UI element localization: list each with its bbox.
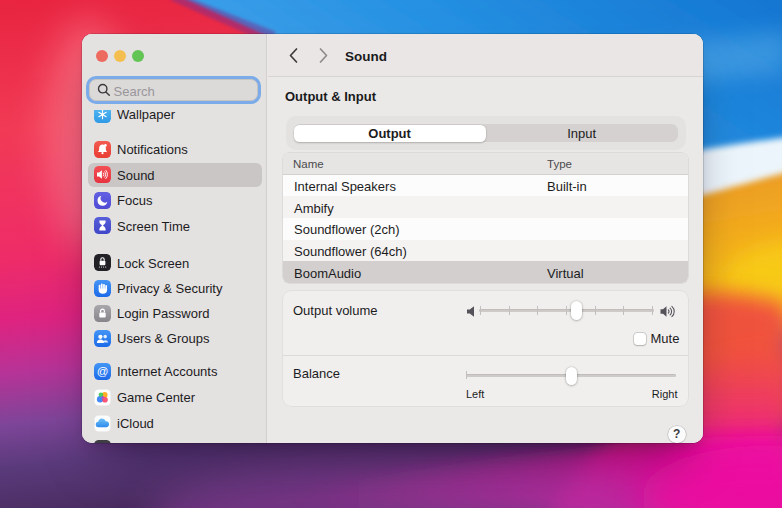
svg-text:@: @: [96, 365, 108, 377]
